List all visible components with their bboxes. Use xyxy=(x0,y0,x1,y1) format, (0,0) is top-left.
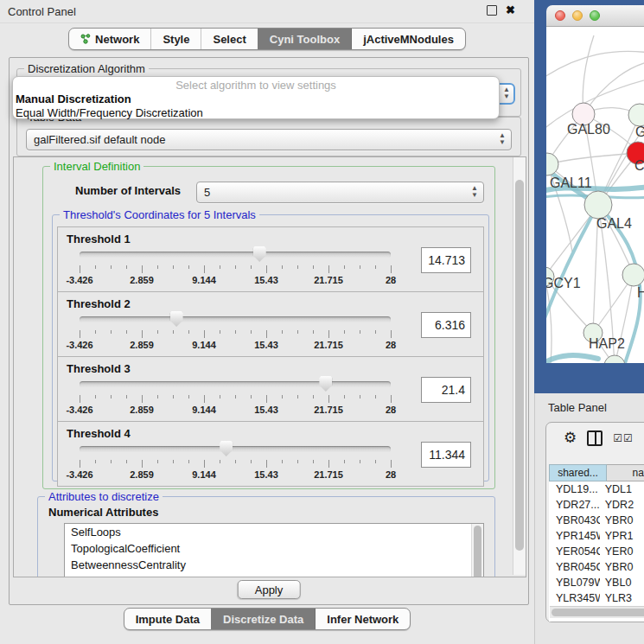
table-row[interactable]: YLR345WYLR3 xyxy=(549,590,644,606)
discretization-algorithm-group-title: Discretization Algorithm xyxy=(24,62,149,75)
slider-ticks xyxy=(80,330,391,338)
network-node-h[interactable] xyxy=(622,264,644,286)
panel-scrollbar[interactable] xyxy=(513,157,526,575)
table-row[interactable]: YBR043CYBR0 xyxy=(549,513,644,528)
list-item[interactable]: SelfLoops xyxy=(65,524,483,540)
slider-ticks xyxy=(80,460,391,468)
table-data-combobox[interactable]: galFiltered.sif default node ▲▼ xyxy=(26,129,512,150)
zoom-button[interactable] xyxy=(590,10,600,21)
table-hscrollbar[interactable] xyxy=(550,606,644,618)
cell-shared-name: YLR345W xyxy=(549,590,600,606)
network-node-gal4[interactable] xyxy=(584,191,612,219)
slider-zone: -3.4262.8599.14415.4321.71528 xyxy=(80,311,391,353)
slider-handle[interactable] xyxy=(170,311,183,327)
node-label: HAP2 xyxy=(589,336,625,351)
attributes-group: Attributes to discretize Numerical Attri… xyxy=(37,496,495,577)
table-data-group: Table Data galFiltered.sif default node … xyxy=(16,117,521,156)
numerical-attributes-label: Numerical Attributes xyxy=(48,506,158,519)
slider-handle[interactable] xyxy=(319,376,332,392)
number-of-intervals-combobox[interactable]: 5 ▲▼ xyxy=(196,182,484,203)
slider-ticks xyxy=(80,265,391,273)
tab-select[interactable]: Select xyxy=(201,29,257,49)
tab-cyni-toolbox[interactable]: Cyni Toolbox xyxy=(258,29,351,49)
close-button[interactable] xyxy=(555,10,565,21)
algorithm-dropdown-popup: Select algorithm to view settings Manual… xyxy=(12,76,500,119)
threshold-panel: Threshold 2-3.4262.8599.14415.4321.71528… xyxy=(57,291,484,357)
threshold-panel: Threshold 1-3.4262.8599.14415.4321.71528… xyxy=(57,226,484,292)
node-label: GAL4 xyxy=(596,216,632,231)
threshold-label: Threshold 2 xyxy=(67,297,131,310)
tab-impute-data[interactable]: Impute Data xyxy=(124,609,211,629)
cell-name: YLR3 xyxy=(600,590,644,606)
node-label: GAL11 xyxy=(550,175,592,190)
list-item[interactable]: BetweennessCentrality xyxy=(65,557,483,573)
tab-discretize-data[interactable]: Discretize Data xyxy=(211,609,315,629)
network-edge-highlighted[interactable] xyxy=(546,355,598,363)
slider-axis-labels: -3.4262.8599.14415.4321.71528 xyxy=(80,340,391,350)
table-header: shared... name xyxy=(549,464,644,481)
threshold-value-field[interactable]: 6.316 xyxy=(421,312,471,338)
list-scrollbar[interactable] xyxy=(471,524,483,577)
network-canvas[interactable]: GAL80GACGAL11GAL4GCY1HHAP2 xyxy=(546,27,644,363)
table-panel-title: Table Panel xyxy=(548,401,607,414)
interval-definition-title: Interval Definition xyxy=(50,160,143,173)
dropdown-option[interactable]: Equal Width/Frequency Discretization xyxy=(13,106,499,120)
cell-name: YDL1 xyxy=(600,481,644,497)
node-label: C xyxy=(634,158,644,173)
tab-jactivemnodules[interactable]: jActiveMNodules xyxy=(351,29,465,49)
gear-icon[interactable]: ⚙ xyxy=(564,430,577,446)
tab-infer-network[interactable]: Infer Network xyxy=(315,609,410,629)
dropdown-placeholder: Select algorithm to view settings xyxy=(13,79,499,92)
slider-axis-labels: -3.4262.8599.14415.4321.71528 xyxy=(80,469,391,480)
threshold-value-field[interactable]: 21.4 xyxy=(421,377,471,403)
interval-definition-group: Interval Definition Number of Intervals … xyxy=(42,166,495,489)
table-row[interactable]: YBL079WYBL0 xyxy=(549,575,644,590)
slider-zone: -3.4262.8599.14415.4321.71528 xyxy=(80,246,391,288)
table-row[interactable]: YBR045CYBR0 xyxy=(549,559,644,575)
select-columns-icon[interactable]: ☑☑ xyxy=(613,432,634,444)
node-label: GA xyxy=(635,124,644,139)
table-row[interactable]: YDL19...YDL1 xyxy=(549,481,644,497)
table-row[interactable]: YPR145WYPR1 xyxy=(549,528,644,544)
tab-network[interactable]: Network xyxy=(69,29,150,49)
columns-icon[interactable] xyxy=(587,430,603,446)
node-label: H xyxy=(637,285,644,300)
slider-handle[interactable] xyxy=(220,441,233,456)
threshold-label: Threshold 4 xyxy=(67,427,131,440)
network-node-ga[interactable] xyxy=(628,104,644,126)
slider-track[interactable] xyxy=(80,252,391,258)
slider-track[interactable] xyxy=(80,381,391,387)
float-window-icon[interactable] xyxy=(487,5,497,16)
numerical-attributes-list[interactable]: SelfLoopsTopologicalCoefficientBetweenne… xyxy=(64,523,484,577)
table-panel: Table Panel ⚙ ☑☑ shared... name YDL19...… xyxy=(534,393,644,644)
minimize-button[interactable] xyxy=(572,10,583,21)
list-item[interactable]: TopologicalCoefficient xyxy=(65,540,483,557)
slider-track[interactable] xyxy=(80,316,391,322)
close-icon[interactable]: ✖ xyxy=(506,6,515,15)
network-window-titlebar xyxy=(546,5,644,27)
number-of-intervals-value: 5 xyxy=(204,186,210,199)
network-edge[interactable] xyxy=(546,51,644,79)
slider-axis-labels: -3.4262.8599.14415.4321.71528 xyxy=(80,275,391,285)
control-panel-title: Control Panel xyxy=(0,5,76,18)
slider-axis-labels: -3.4262.8599.14415.4321.71528 xyxy=(80,405,391,415)
table-row[interactable]: YER054CYER0 xyxy=(549,544,644,559)
tab-label: Select xyxy=(213,33,245,46)
column-header-name[interactable]: name xyxy=(607,464,644,481)
thresholds-group-title: Threshold's Coordinates for 5 Intervals xyxy=(60,208,259,221)
dropdown-option[interactable]: Manual Discretization xyxy=(13,92,499,106)
slider-handle[interactable] xyxy=(253,246,266,262)
cell-shared-name: YDL19... xyxy=(549,481,600,497)
threshold-value-field[interactable]: 14.713 xyxy=(421,247,471,273)
threshold-value-field[interactable]: 11.344 xyxy=(421,442,471,468)
apply-button[interactable]: Apply xyxy=(238,580,301,599)
tab-style[interactable]: Style xyxy=(150,29,201,49)
tab-label: Style xyxy=(163,33,189,46)
network-edge-highlighted[interactable] xyxy=(546,205,598,325)
column-header-shared-name[interactable]: shared... xyxy=(549,464,607,481)
table-row[interactable]: YDR27...YDR2 xyxy=(549,497,644,513)
cell-shared-name: YBL079W xyxy=(549,575,600,590)
threshold-label: Threshold 1 xyxy=(67,233,131,245)
tab-label: Cyni Toolbox xyxy=(270,33,340,46)
slider-track[interactable] xyxy=(80,446,391,452)
